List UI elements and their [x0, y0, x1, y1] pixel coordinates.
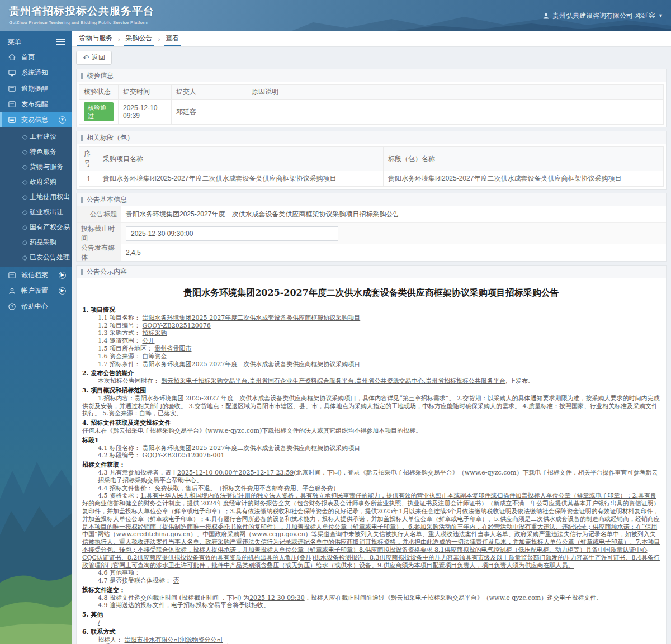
sidebar-subitem-drug-procurement[interactable]: 药品采购	[0, 235, 72, 250]
sidebar-subitem-mining-rights[interactable]: 矿业权出让	[0, 205, 72, 220]
doc-paragraph: 4.5 资格要求：1.具有中华人民共和国境内依法登记注册的独立法人资格，具有独立…	[82, 492, 660, 569]
panel-verification-info: 核验信息 核验状态 提交时间 提交人 原因说明	[76, 69, 667, 127]
doc-link[interactable]: 自筹资金	[143, 353, 167, 360]
platform-brand: 贵州省招标投标公共服务平台 GuiZhou Province Tendering…	[9, 4, 154, 25]
doc-link[interactable]: GQQY-ZB2025120076-001	[143, 452, 225, 459]
section-title: 公告公示内容	[87, 267, 127, 277]
chevron-right-icon: ▶	[59, 287, 66, 295]
lot-project-name: 贵阳水务环境集团2025-2027年度二次供水成套设备类供应商框架协议采购项目	[98, 171, 384, 187]
doc-link[interactable]: 1.具有中华人民共和国境内依法登记注册的独立法人资格，具有独立承担民事责任的能力…	[82, 492, 660, 569]
doc-line: 4.4 招标文件售价： 免费获取，售后不退。（招标文件费用不含邮寄费用、平台服务…	[82, 485, 660, 493]
back-button[interactable]: ↶ 返回	[76, 51, 112, 65]
user-menu[interactable]: 贵州弘典建设咨询有限公司-邓廷容 ▼	[542, 0, 663, 31]
sidebar-item-label: 交易信息	[21, 115, 48, 125]
doc-line: 4.3 凡有意参加投标者，请于2025-12-10 00:00至2025-12-…	[82, 469, 660, 485]
doc-link[interactable]: 黔云招采电子招标采购交易平台,贵州省国有企业生产资料综合服务平台,贵州省公共资源…	[162, 377, 506, 385]
breadcrumb: 货物与服务 › 采购公告 › 查看	[72, 31, 671, 47]
crumb-procurement-announcement[interactable]: 采购公告	[124, 31, 154, 46]
sidebar-subitem-land-use-rights[interactable]: 土地使用权出让	[0, 190, 72, 205]
sidebar-item-help-center[interactable]: ? 帮助中心	[0, 299, 72, 314]
sidebar-item-account-settings[interactable]: 帐户设置 ▶	[0, 283, 72, 299]
doc-link[interactable]: 2025-12-30 09:30	[249, 594, 305, 602]
lot-index: 1	[79, 171, 98, 187]
doc-paragraph: 1.招标内容：贵阳水务环境集团 2025-2027 年度二次供水成套设备类供应商…	[82, 395, 660, 418]
sidebar-item-label: 帮助中心	[21, 302, 48, 311]
sidebar-subitem-special-services[interactable]: 特色服务	[0, 144, 72, 159]
sidebar-item-publish-reminder[interactable]: 发布提醒	[0, 96, 72, 112]
doc-link[interactable]: 2025-12-10 00:00至2025-12-17 23:59	[177, 469, 294, 476]
doc-line: 4.6 其他事项：	[82, 569, 660, 577]
sidebar-item-label: 诚信档案	[21, 271, 48, 280]
doc-link[interactable]: 贵阳水务环境集团2025-2027年度二次供水成套设备类供应商框架协议采购项目	[143, 444, 361, 452]
reason	[247, 100, 664, 125]
doc-label: 1.1 项目名称：	[98, 314, 143, 321]
sidebar-subitem-gov-procurement[interactable]: 政府采购	[0, 174, 72, 190]
doc-text: 4.8 投标文件递交的截止时间 (投标截止时间 ，下同) 为	[98, 594, 249, 602]
sidebar-menu-header[interactable]: 菜单	[0, 35, 72, 49]
doc-link[interactable]: GQQY-ZB2025120076	[143, 322, 211, 329]
doc-link[interactable]: 贵阳水务环境集团2025-2027年度二次供水成套设备类供应商框架协议采购项目	[143, 314, 361, 321]
doc-link[interactable]: 1.招标内容：贵阳水务环境集团 2025-2027 年度二次供水成套设备类供应商…	[82, 395, 659, 418]
hamburger-icon[interactable]	[56, 39, 65, 45]
main-content: 货物与服务 › 采购公告 › 查看 ↶ 返回 核验信息	[72, 31, 671, 644]
doc-heading: 1. 项目情况	[82, 306, 660, 314]
doc-line: 1.1 项目名称： 贵阳水务环境集团2025-2027年度二次供水成套设备类供应…	[82, 314, 660, 322]
doc-link[interactable]: 招标采购	[143, 329, 167, 337]
top-banner: 贵州省招标投标公共服务平台 GuiZhou Province Tendering…	[0, 0, 671, 31]
monitor-icon	[8, 69, 16, 77]
section-title: 公告基本信息	[87, 195, 127, 205]
sidebar-subitem-construction[interactable]: 工程建设	[0, 129, 72, 144]
crumb-goods-services[interactable]: 货物与服务	[77, 31, 114, 46]
sidebar-item-label: 首页	[21, 53, 35, 62]
doc-link[interactable]: 免费获取	[155, 485, 179, 492]
deadline-input[interactable]: 2025-12-30 09:30:00	[126, 226, 338, 241]
document-icon	[8, 84, 16, 93]
svg-text:?: ?	[11, 304, 13, 309]
panel-announcement-basic-info: 公告基本信息 公告标题 贵阳水务环境集团2025-2027年度二次供水成套设备类…	[76, 193, 667, 262]
chevron-down-icon: ▼	[658, 13, 663, 18]
section-bars-icon	[81, 135, 83, 141]
sidebar-subitem-goods-services[interactable]: 货物与服务	[0, 159, 72, 174]
column-header: 提交时间	[119, 85, 172, 100]
section-header: 公告基本信息	[77, 193, 666, 206]
sidebar-item-transaction-info[interactable]: 交易信息 ▼	[0, 112, 72, 127]
doc-subheading: 招标文件获取：	[82, 461, 660, 469]
basic-row-media: 公告发布媒体 2,4,5	[77, 244, 666, 261]
sidebar-item-home[interactable]: 首页	[0, 49, 72, 65]
column-header: 标段（包）名称	[384, 147, 664, 171]
column-header: 原因说明	[247, 85, 664, 100]
breadcrumb-separator: ›	[154, 31, 164, 46]
doc-link[interactable]: 贵阳市排水有限公司润源物资分公司	[125, 636, 223, 643]
doc-link[interactable]: 贵州省贵阳市	[155, 345, 192, 352]
doc-label: 4.1 标段名称：	[98, 444, 143, 452]
doc-link[interactable]: 公开	[143, 337, 155, 344]
doc-heading: 4. 招标文件获取及递交投标文件	[82, 419, 660, 427]
basic-row-deadline: 投标截止时间 2025-12-30 09:30:00	[77, 223, 666, 244]
sidebar-subitem-published-announcements[interactable]: 已发公告处理	[0, 250, 72, 265]
doc-label: 1.7 招标条件：	[98, 361, 143, 368]
doc-link[interactable]: 否	[173, 577, 179, 584]
document-title: 贵阳水务环境集团2025-2027年度二次供水成套设备类供应商框架协议采购项目招…	[82, 287, 660, 299]
field-label: 投标截止时间	[77, 223, 121, 244]
sidebar-item-credit-archive[interactable]: 诚信档案 ▶	[0, 267, 72, 283]
sidebar-item-system-notice[interactable]: 系统通知	[0, 65, 72, 80]
doc-link[interactable]: 贵阳水务环境集团2025-2027年度二次供水成套设备类供应商框架协议采购项目	[143, 361, 361, 368]
crumb-view[interactable]: 查看	[164, 31, 181, 46]
doc-line: 1.4 邀请范围： 公开	[82, 337, 660, 345]
basic-row-title: 公告标题 贵阳水务环境集团2025-2027年度二次供水成套设备类供应商框架协议…	[77, 206, 666, 223]
sidebar-mountain-art	[0, 404, 72, 644]
doc-label: 4.2 标段编号：	[98, 452, 143, 459]
submitter: 邓廷容	[172, 100, 247, 125]
sidebar-subitem-state-property[interactable]: 国有产权交易	[0, 220, 72, 235]
field-label: 公告标题	[77, 206, 121, 222]
panel-announcement-content: 公告公示内容 贵阳水务环境集团2025-2027年度二次供水成套设备类供应商框架…	[76, 265, 667, 644]
sidebar-item-overdue-reminder[interactable]: 逾期提醒	[0, 80, 72, 96]
doc-link[interactable]: /	[98, 619, 100, 626]
announcement-document: 贵阳水务环境集团2025-2027年度二次供水成套设备类供应商框架协议采购项目招…	[77, 278, 666, 644]
back-arrow-icon: ↶	[83, 54, 89, 61]
field-label: 公告发布媒体	[77, 244, 121, 261]
doc-line: 本次招标公告同时在： 黔云招采电子招标采购交易平台,贵州省国有企业生产资料综合服…	[82, 377, 660, 385]
doc-line: /	[82, 619, 660, 627]
sidebar-item-label: 系统通知	[21, 68, 48, 78]
doc-label: 1.3 采购方式：	[98, 329, 143, 337]
